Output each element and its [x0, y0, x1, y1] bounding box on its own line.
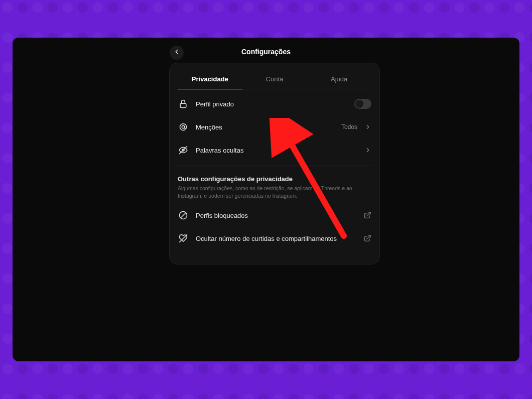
chevron-right-icon [364, 123, 371, 130]
settings-panel: Privacidade Conta Ajuda Perfil privado M… [169, 63, 380, 264]
row-mentions[interactable]: Menções Todos [178, 115, 371, 139]
tab-account[interactable]: Conta [242, 67, 307, 89]
svg-line-8 [367, 235, 370, 239]
toggle-knob [355, 100, 363, 108]
app-window: Configurações Privacidade Conta Ajuda Pe… [13, 38, 519, 361]
row-hide-likes[interactable]: Ocultar número de curtidas e compartilha… [178, 227, 371, 250]
svg-point-1 [182, 125, 184, 128]
tab-help[interactable]: Ajuda [307, 67, 371, 89]
row-label: Ocultar número de curtidas e compartilha… [196, 235, 356, 242]
lock-icon [178, 98, 189, 109]
external-link-icon [363, 211, 371, 219]
section-title: Outras configurações de privacidade [178, 175, 371, 183]
external-link-icon [363, 234, 371, 242]
section-description: Algumas configurações, como as de restri… [178, 185, 371, 200]
row-label: Perfis bloqueados [196, 212, 356, 219]
private-profile-toggle[interactable] [354, 99, 371, 109]
page-title: Configurações [13, 48, 519, 56]
block-icon [178, 210, 189, 221]
heart-off-icon [178, 233, 189, 244]
tab-privacy[interactable]: Privacidade [178, 67, 242, 89]
row-private-profile[interactable]: Perfil privado [178, 92, 371, 115]
svg-line-6 [367, 212, 370, 216]
svg-rect-0 [180, 103, 186, 107]
svg-line-5 [181, 213, 186, 218]
tabs: Privacidade Conta Ajuda [178, 67, 371, 89]
row-label: Menções [196, 123, 334, 131]
row-hidden-words[interactable]: Palavras ocultas [178, 139, 371, 162]
eye-off-icon [178, 145, 189, 156]
row-label: Palavras ocultas [196, 147, 357, 154]
row-value: Todos [341, 123, 357, 130]
row-label: Perfil privado [196, 100, 347, 108]
chevron-right-icon [364, 147, 371, 154]
row-blocked-profiles[interactable]: Perfis bloqueados [178, 204, 371, 227]
section-other-privacy: Outras configurações de privacidade Algu… [178, 166, 371, 200]
at-icon [178, 121, 189, 132]
